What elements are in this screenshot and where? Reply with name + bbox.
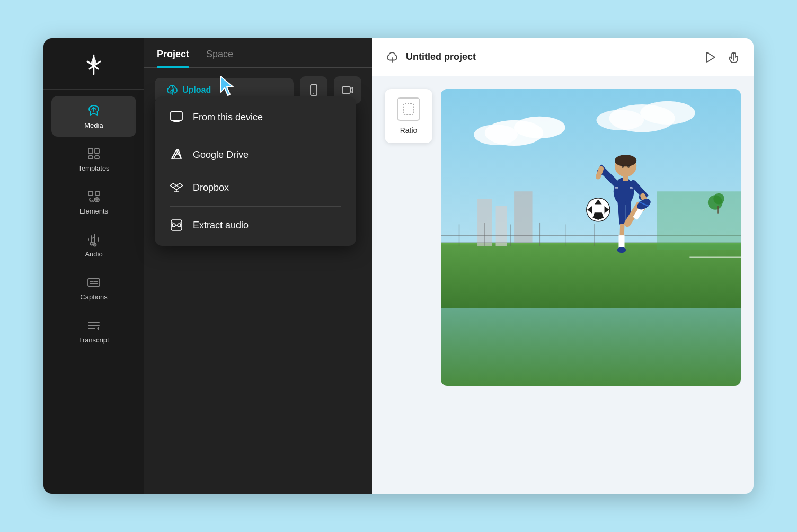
hand-tool-button[interactable] [726,50,741,65]
preview-area: Untitled project [372,38,754,494]
sidebar-item-elements[interactable]: Elements [51,182,136,223]
svg-point-36 [514,117,565,138]
tab-space[interactable]: Space [206,49,233,67]
upload-cloud-icon [166,84,178,96]
svg-rect-24 [171,112,182,120]
transcript-label: Transcript [78,336,109,344]
dropbox-label: Dropbox [193,182,229,193]
svg-rect-42 [496,206,507,246]
sidebar-item-captions[interactable]: Captions [51,268,136,308]
monitor-icon [170,110,183,124]
audio-icon [86,232,101,247]
sidebar: Media Templates Elements [43,38,144,494]
mobile-icon [307,84,320,96]
svg-rect-3 [95,148,99,154]
upload-dropdown: From this device Google Drive [155,96,356,246]
svg-point-40 [596,110,644,130]
svg-point-70 [713,193,724,205]
dropdown-dropbox[interactable]: Dropbox [155,171,356,204]
dropbox-icon [170,181,183,194]
captions-icon [86,275,101,290]
app-logo [80,51,108,78]
elements-label: Elements [79,207,108,215]
google-drive-label: Google Drive [193,149,249,161]
ratio-panel[interactable]: Ratio [385,89,432,143]
dropdown-from-device[interactable]: From this device [155,101,356,134]
svg-rect-30 [403,104,414,114]
svg-rect-14 [88,279,100,286]
play-icon [703,50,718,65]
svg-rect-61 [618,235,624,248]
svg-rect-5 [95,156,99,159]
media-icon [86,103,101,118]
media-label: Media [84,121,103,129]
svg-point-62 [617,247,626,253]
elements-icon [86,189,101,204]
sidebar-item-audio[interactable]: Audio [51,225,136,265]
sidebar-item-templates[interactable]: Templates [51,139,136,180]
templates-label: Templates [78,164,109,172]
svg-rect-23 [342,87,350,93]
video-icon [341,84,354,96]
svg-point-22 [313,93,314,94]
preview-canvas: Ratio [372,76,754,494]
tab-project[interactable]: Project [157,49,189,67]
preview-image [441,89,741,386]
extract-audio-label: Extract audio [193,220,249,231]
svg-point-28 [172,224,175,227]
svg-rect-32 [441,243,741,308]
divider-1 [170,136,341,136]
svg-rect-4 [88,156,93,159]
play-button[interactable] [703,50,718,65]
panel-tabs: Project Space [144,38,372,68]
preview-header: Untitled project [372,38,754,76]
hand-icon [726,50,741,65]
dropdown-extract-audio[interactable]: Extract audio [155,209,356,242]
ratio-label: Ratio [400,126,418,135]
sidebar-item-media[interactable]: Media [51,96,136,137]
google-drive-icon [170,148,183,162]
preview-header-actions [703,50,741,65]
templates-icon [86,146,101,161]
svg-point-55 [615,155,636,166]
svg-rect-59 [615,187,618,189]
audio-label: Audio [85,250,102,258]
svg-point-39 [640,101,695,125]
svg-rect-2 [88,148,93,154]
captions-label: Captions [80,293,107,301]
svg-point-57 [627,165,630,169]
svg-rect-58 [623,176,628,182]
transcript-icon [86,318,101,333]
project-title: Untitled project [406,51,696,63]
from-device-label: From this device [193,112,263,123]
sidebar-item-transcript[interactable]: Transcript [51,311,136,351]
ratio-icon [397,97,420,121]
svg-point-37 [474,125,518,145]
svg-point-56 [622,165,624,169]
logo-area [43,51,144,90]
cloud-save-icon [385,50,400,65]
svg-rect-71 [717,206,719,214]
divider-2 [170,206,341,207]
extract-audio-icon [170,218,183,232]
dropdown-google-drive[interactable]: Google Drive [155,138,356,171]
svg-rect-52 [657,191,741,250]
svg-point-29 [178,224,181,227]
panel: Project Space Upload [144,38,372,494]
svg-rect-6 [88,191,93,196]
